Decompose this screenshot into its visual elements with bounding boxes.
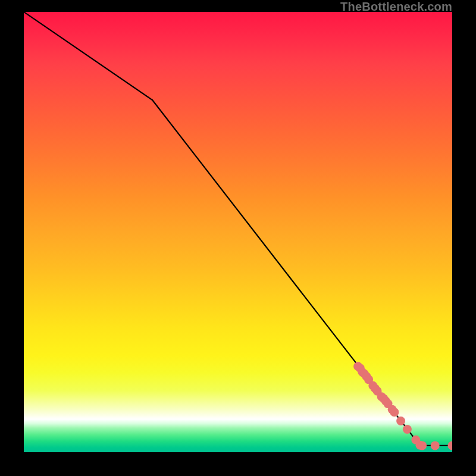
data-point <box>418 441 427 450</box>
chart-svg <box>24 12 452 452</box>
data-point <box>431 441 440 450</box>
metric-curve-line <box>24 12 452 446</box>
data-point <box>448 441 453 450</box>
highlighted-points-group <box>353 362 452 450</box>
chart-frame: TheBottleneck.com <box>0 0 476 476</box>
data-point <box>390 408 399 416</box>
plot-area <box>24 12 452 452</box>
data-point <box>403 425 412 434</box>
data-point <box>396 416 405 425</box>
